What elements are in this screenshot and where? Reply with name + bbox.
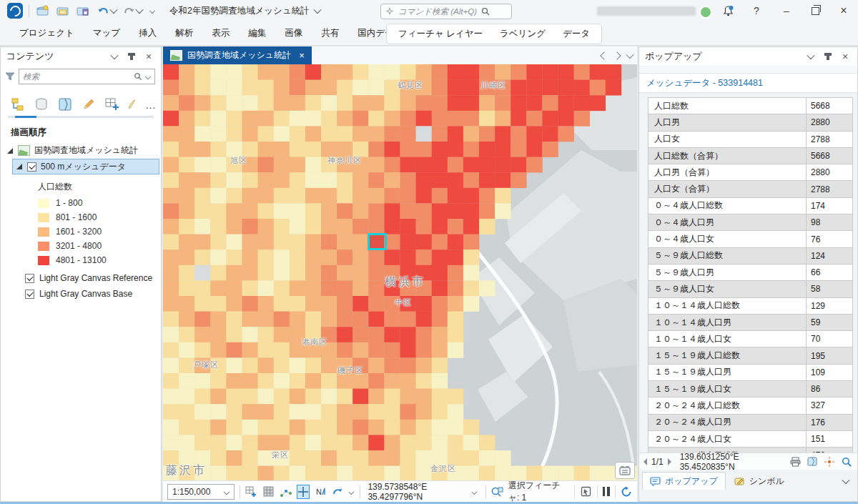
new-project-icon[interactable] (34, 3, 51, 19)
print-icon[interactable] (789, 455, 802, 469)
selected-features-label[interactable]: 選択フィーチャ: 1 (508, 480, 569, 504)
pager-label: 1/1 (651, 457, 664, 467)
list-by-labeling-icon[interactable] (127, 96, 136, 113)
tab-symbology[interactable]: シンボル (727, 473, 792, 490)
attribute-value: 151 (806, 431, 852, 447)
ribbon-tab[interactable]: 共有 (312, 21, 348, 45)
layer-visibility-checkbox[interactable] (25, 274, 34, 283)
contents-search-input[interactable]: 検索 (19, 69, 155, 84)
flash-feature-icon[interactable] (823, 455, 836, 469)
contextual-ribbon-tab[interactable]: データ (554, 25, 598, 43)
contextual-ribbon-tab[interactable]: フィーチャ レイヤー (390, 25, 491, 43)
attribute-value: 5668 (806, 148, 852, 164)
zoom-to-feature-icon[interactable] (840, 455, 853, 469)
map-viewport[interactable]: 鶴見区川崎区旭区神奈川区横浜市中区港南区戸塚区磯子区栄区金沢区藤沢市 (163, 64, 637, 480)
qat-customize-icon[interactable] (147, 3, 157, 19)
list-by-editing-icon[interactable] (80, 96, 97, 113)
attribute-name: １５～１９歳人口総数 (649, 350, 806, 362)
refresh-icon[interactable] (621, 485, 633, 499)
close-button[interactable]: × (831, 0, 857, 21)
list-by-selection-icon[interactable] (56, 96, 74, 113)
legend-swatch (38, 256, 49, 265)
attribute-name: ５～９歳人口総数 (649, 249, 806, 262)
snap-points-icon[interactable] (280, 485, 292, 499)
attribute-value: 129 (806, 298, 852, 314)
attribute-value: 195 (806, 347, 852, 363)
layer-tree-item-selected[interactable]: 500 mメッシュデータ (12, 159, 159, 174)
notifications-bell-icon[interactable] (715, 0, 741, 21)
close-tab-icon[interactable]: × (299, 50, 305, 61)
project-title[interactable]: 令和2年国勢調査地域メッシュ統計 (169, 0, 320, 21)
base-layer-item[interactable]: Light Gray Canvas Base (1, 283, 161, 299)
list-by-data-source-icon[interactable] (33, 96, 50, 113)
mesh-layer[interactable] (163, 64, 637, 480)
ribbon-tab[interactable]: 表示 (202, 21, 239, 45)
open-project-icon[interactable] (54, 3, 72, 19)
grid-icon[interactable] (262, 485, 275, 499)
app-logo-icon[interactable] (7, 3, 23, 19)
filter-icon[interactable] (5, 71, 15, 81)
select-feature-icon[interactable] (806, 455, 819, 469)
expander-icon[interactable] (7, 148, 13, 154)
tab-popup[interactable]: ポップアップ (642, 472, 726, 490)
attribute-value: 86 (806, 381, 852, 397)
attribute-name: ２０～２４歳人口男 (649, 416, 806, 428)
pin-icon[interactable] (822, 50, 834, 63)
list-by-snapping-icon[interactable] (104, 96, 121, 113)
popup-table-row: 人口男（合算）2880 (649, 164, 852, 181)
tab-scroll-left-icon[interactable] (600, 51, 608, 59)
ribbon-tab[interactable]: プロジェクト (10, 21, 84, 45)
pin-icon[interactable] (125, 50, 138, 63)
map-coordinates[interactable]: 139.5738548°E 35.4297796°N (365, 482, 480, 502)
snapping-dropdown-icon[interactable] (349, 489, 355, 495)
panel-menu-chevron-icon[interactable] (804, 50, 817, 63)
close-panel-icon[interactable]: × (839, 50, 852, 63)
attribute-name: ０～４歳人口総数 (649, 199, 806, 212)
minimize-button[interactable]: – (774, 0, 799, 21)
account-name[interactable] (597, 6, 696, 16)
expander-icon[interactable] (16, 164, 22, 169)
ribbon-tab[interactable]: 画像 (275, 21, 312, 45)
help-button[interactable]: ? (744, 0, 769, 21)
tab-list-icon[interactable] (626, 50, 633, 58)
pause-drawing-icon[interactable] (603, 487, 610, 496)
redo-dropdown-icon[interactable] (134, 3, 144, 19)
docked-popup-icon[interactable] (615, 462, 635, 479)
reference-layer-item[interactable]: Light Gray Canvas Reference (1, 267, 161, 283)
select-tool-icon[interactable] (580, 485, 592, 499)
ribbon-tab[interactable]: 編集 (239, 21, 275, 45)
close-panel-icon[interactable]: × (142, 50, 155, 63)
layer-visibility-checkbox[interactable] (27, 162, 36, 172)
restore-button[interactable] (802, 0, 828, 21)
map-tree-item[interactable]: 国勢調査地域メッシュ統計 (1, 143, 161, 158)
rotate-view-icon[interactable] (332, 485, 344, 499)
panel-menu-chevron-icon[interactable] (108, 50, 121, 63)
ribbon-tab[interactable]: マップ (84, 21, 129, 45)
scale-select[interactable]: 1:150,000 (167, 484, 235, 500)
title-bar: 令和2年国勢調査地域メッシュ統計 コマンド検索 (Alt+Q) ? – × (0, 0, 858, 21)
popup-table-row: ２０～２４歳人口男176 (649, 415, 852, 431)
contextual-ribbon-tab[interactable]: ラベリング (491, 25, 554, 43)
ribbon-tab[interactable]: 挿入 (129, 21, 166, 45)
ribbon-tab[interactable]: 解析 (166, 21, 202, 45)
list-by-drawing-order-icon[interactable] (9, 96, 26, 113)
command-search-input[interactable]: コマンド検索 (Alt+Q) (380, 4, 512, 19)
contents-panel: コンテンツ × 検索 (0, 46, 162, 502)
search-dropdown-icon[interactable] (145, 74, 151, 79)
snapping-toggle-icon[interactable] (297, 485, 310, 499)
feature-link[interactable]: メッシュデータ - 533914481 (639, 73, 857, 93)
attribute-name: ２０～２４歳人口総数 (649, 400, 806, 412)
layer-visibility-checkbox[interactable] (25, 290, 34, 299)
tab-overflow-icon[interactable] (842, 476, 849, 484)
add-grid-icon[interactable] (245, 485, 257, 499)
undo-dropdown-icon[interactable] (109, 3, 119, 19)
save-project-icon[interactable] (74, 3, 92, 19)
tab-scroll-right-icon[interactable] (613, 51, 621, 59)
popup-table-row: 人口総数5668 (649, 98, 852, 114)
previous-feature-icon[interactable] (644, 458, 647, 465)
more-options-icon[interactable]: … (142, 96, 159, 113)
next-feature-icon[interactable] (668, 458, 671, 465)
avatar[interactable] (699, 6, 712, 19)
north-arrow-icon[interactable]: N (315, 485, 327, 499)
map-view-tab[interactable]: 国勢調査地域メッシュ統計 × (163, 46, 312, 64)
